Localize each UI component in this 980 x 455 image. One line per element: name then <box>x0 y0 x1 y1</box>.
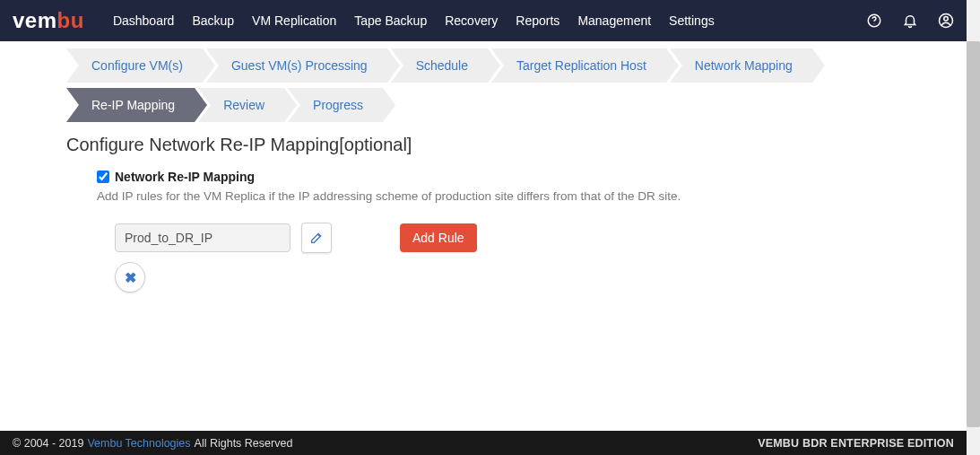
footer-bar: © 2004 - 2019 Vembu Technologies All Rig… <box>0 431 967 455</box>
step-network-mapping[interactable]: Network Mapping <box>670 48 812 83</box>
close-icon: ✖ <box>125 269 136 286</box>
rule-name-input[interactable] <box>115 223 291 252</box>
bell-icon[interactable] <box>902 13 918 29</box>
reip-checkbox[interactable] <box>97 171 109 183</box>
wizard-steps-row1: Configure VM(s) Guest VM(s) Processing S… <box>66 48 967 83</box>
step-re-ip-mapping[interactable]: Re-IP Mapping <box>66 88 195 122</box>
reip-description: Add IP rules for the VM Replica if the I… <box>97 189 913 203</box>
edit-icon <box>309 231 324 245</box>
nav-dashboard[interactable]: Dashboard <box>113 13 175 28</box>
add-rule-button[interactable]: Add Rule <box>400 223 477 252</box>
footer-copyright-suffix: All Rights Reserved <box>195 437 293 450</box>
nav-tape-backup[interactable]: Tape Backup <box>354 13 427 28</box>
reip-checkbox-row[interactable]: Network Re-IP Mapping <box>97 170 913 184</box>
step-schedule[interactable]: Schedule <box>391 48 488 83</box>
svg-point-3 <box>944 17 949 22</box>
nav-vm-replication[interactable]: VM Replication <box>252 13 336 28</box>
nav-reports[interactable]: Reports <box>516 13 559 28</box>
help-icon[interactable] <box>866 13 882 29</box>
body: Configure VM(s) Guest VM(s) Processing S… <box>0 48 967 293</box>
step-configure-vms[interactable]: Configure VM(s) <box>66 48 203 83</box>
delete-rule-button[interactable]: ✖ <box>115 262 145 293</box>
nav-settings[interactable]: Settings <box>669 13 715 28</box>
top-icons <box>866 13 954 29</box>
footer-company-link[interactable]: Vembu Technologies <box>87 437 190 450</box>
logo: vembu <box>13 8 84 33</box>
reip-checkbox-label: Network Re-IP Mapping <box>115 170 255 184</box>
rule-row: Add Rule <box>115 223 913 253</box>
scrollbar-thumb[interactable] <box>967 41 980 427</box>
step-guest-processing[interactable]: Guest VM(s) Processing <box>206 48 387 83</box>
svg-point-1 <box>874 23 875 24</box>
page-title: Configure Network Re-IP Mapping[optional… <box>66 135 967 155</box>
reip-section: Network Re-IP Mapping Add IP rules for t… <box>97 170 913 293</box>
nav-recovery[interactable]: Recovery <box>445 13 498 28</box>
nav-management[interactable]: Management <box>577 13 651 28</box>
user-icon[interactable] <box>938 13 954 29</box>
edit-rule-button[interactable] <box>301 223 332 253</box>
step-target-host[interactable]: Target Replication Host <box>491 48 666 83</box>
step-progress[interactable]: Progress <box>288 88 383 122</box>
step-review[interactable]: Review <box>198 88 284 122</box>
top-nav: Dashboard Backup VM Replication Tape Bac… <box>113 13 715 28</box>
wizard-steps-row2: Re-IP Mapping Review Progress <box>66 88 967 122</box>
footer-copyright-prefix: © 2004 - 2019 <box>13 437 83 450</box>
nav-backup[interactable]: Backup <box>192 13 234 28</box>
top-bar: vembu Dashboard Backup VM Replication Ta… <box>0 0 967 41</box>
footer-edition: VEMBU BDR ENTERPRISE EDITION <box>758 437 954 450</box>
